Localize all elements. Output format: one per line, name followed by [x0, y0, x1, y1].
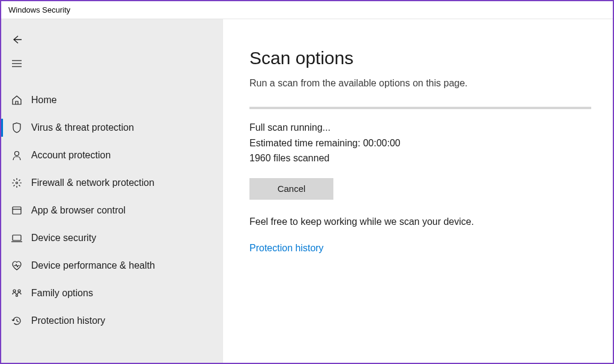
nav-label: Protection history [31, 315, 106, 326]
window-title: Windows Security [8, 5, 70, 14]
nav-label: Account protection [31, 150, 111, 161]
scan-progress-bar [249, 107, 591, 109]
svg-point-3 [15, 152, 19, 156]
family-icon [11, 287, 23, 299]
nav-label: Virus & threat protection [31, 122, 134, 133]
nav-item-home[interactable]: Home [1, 86, 223, 114]
shield-icon [11, 122, 23, 134]
main-content: Scan options Run a scan from the availab… [223, 19, 613, 363]
account-icon [11, 149, 23, 161]
status-running: Full scan running... [249, 120, 586, 136]
sidebar: Home Virus & threat protection Acco [1, 19, 223, 363]
hamburger-button[interactable] [1, 52, 28, 76]
hamburger-icon [11, 58, 23, 70]
app-icon [11, 204, 23, 216]
nav-item-family[interactable]: Family options [1, 279, 223, 307]
nav-label: Device security [31, 233, 96, 243]
page-title: Scan options [249, 48, 586, 68]
nav-list: Home Virus & threat protection Acco [1, 86, 223, 335]
nav-label: Home [31, 95, 57, 106]
status-files: 1960 files scanned [249, 151, 586, 166]
status-eta: Estimated time remaining: 00:00:00 [249, 136, 586, 151]
titlebar: Windows Security [1, 1, 613, 19]
svg-rect-5 [13, 207, 21, 214]
info-text: Feel free to keep working while we scan … [249, 216, 586, 227]
nav-item-firewall[interactable]: Firewall & network protection [1, 169, 223, 197]
cancel-button[interactable]: Cancel [249, 178, 333, 200]
home-icon [11, 94, 23, 106]
scan-status: Full scan running... Estimated time rema… [249, 120, 586, 166]
nav-item-device-security[interactable]: Device security [1, 224, 223, 252]
nav-label: Family options [31, 288, 93, 299]
nav-item-protection-history[interactable]: Protection history [1, 307, 223, 335]
svg-rect-7 [13, 235, 21, 240]
device-icon [11, 232, 23, 244]
nav-item-virus-threat[interactable]: Virus & threat protection [1, 114, 223, 142]
back-arrow-icon [11, 34, 23, 46]
svg-point-10 [18, 290, 20, 292]
nav-item-performance[interactable]: Device performance & health [1, 252, 223, 279]
nav-label: Device performance & health [31, 260, 155, 271]
history-icon [11, 315, 23, 327]
svg-point-11 [16, 295, 18, 297]
svg-point-4 [16, 182, 18, 184]
nav-label: App & browser control [31, 205, 125, 216]
svg-point-9 [13, 290, 16, 292]
back-button[interactable] [1, 28, 28, 52]
page-subtitle: Run a scan from the available options on… [249, 78, 586, 89]
heart-icon [11, 260, 23, 272]
nav-label: Firewall & network protection [31, 178, 154, 188]
nav-item-app-browser[interactable]: App & browser control [1, 197, 223, 224]
firewall-icon [11, 177, 23, 189]
nav-item-account[interactable]: Account protection [1, 142, 223, 169]
protection-history-link[interactable]: Protection history [249, 243, 324, 254]
